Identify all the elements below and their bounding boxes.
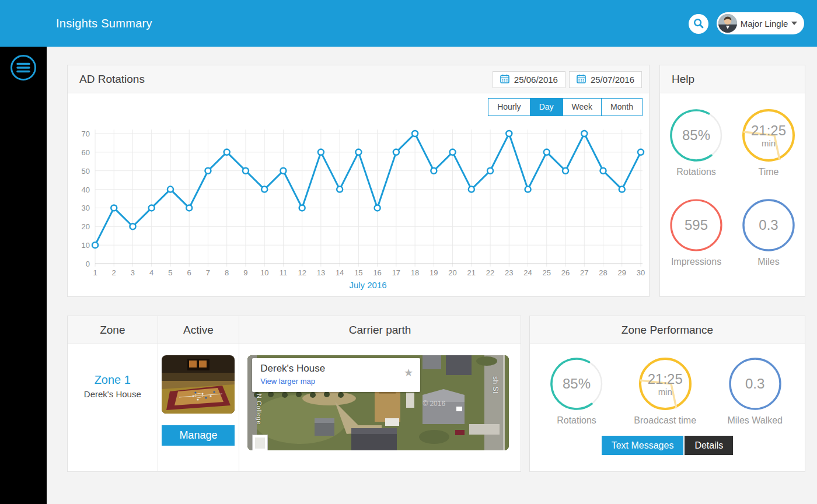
- manage-button[interactable]: Manage: [162, 425, 235, 446]
- zone-performance-stats: 85% Rotations 21:25min Broadcast time 0.…: [530, 344, 805, 426]
- map-place-title: Derek's House: [260, 363, 412, 374]
- svg-text:27: 27: [580, 268, 588, 277]
- svg-text:50: 50: [82, 167, 90, 176]
- date-from-picker[interactable]: 25/06/2016: [493, 71, 565, 88]
- star-icon[interactable]: ★: [404, 366, 413, 379]
- date-to-value: 25/07/2016: [591, 75, 634, 85]
- svg-text:4: 4: [149, 268, 153, 277]
- impressions-ring: 595: [670, 199, 722, 251]
- table-row: Zone 1 Derek's House: [68, 344, 521, 472]
- ad-rotations-header: AD Rotations 25/06/2016 25/07/2016: [68, 65, 649, 93]
- svg-text:30: 30: [82, 204, 90, 212]
- date-to-picker[interactable]: 25/07/2016: [569, 71, 642, 88]
- zone-performance-title: Zone Performance: [530, 324, 805, 337]
- details-button[interactable]: Details: [685, 436, 733, 455]
- svg-text:18: 18: [411, 268, 419, 277]
- svg-text:10: 10: [260, 268, 268, 277]
- chevron-down-icon: [791, 22, 797, 25]
- svg-text:5: 5: [168, 268, 172, 277]
- svg-text:60: 60: [82, 148, 90, 157]
- help-stats: 85% Rotations 21:25min Time 595 Impressi…: [660, 93, 805, 267]
- stat-miles-walked: 0.3 Miles Walked: [727, 358, 783, 426]
- zone-performance-header: Zone Performance: [530, 316, 805, 344]
- svg-text:20: 20: [82, 222, 90, 231]
- zone-active-photo: [162, 355, 235, 414]
- column-header-carrier-parth: Carrier parth: [239, 316, 521, 344]
- svg-text:0: 0: [86, 260, 90, 268]
- column-header-zone: Zone: [68, 316, 158, 344]
- svg-text:14: 14: [336, 268, 344, 277]
- page-title: Insights Summary: [56, 0, 152, 47]
- column-header-active: Active: [158, 316, 240, 344]
- search-icon: [693, 18, 704, 31]
- map[interactable]: N College sh St © 2016 Derek's House Vie…: [247, 355, 509, 450]
- date-from-value: 25/06/2016: [514, 75, 558, 85]
- search-button[interactable]: [689, 14, 708, 34]
- map-pegman-control[interactable]: [252, 435, 268, 450]
- svg-text:12: 12: [298, 268, 306, 277]
- svg-text:28: 28: [599, 268, 607, 277]
- zone-performance-actions: Text Messages Details: [530, 436, 805, 455]
- map-info-card: Derek's House View larger map ★: [252, 358, 420, 392]
- zone-performance-card: Zone Performance 85% Rotations 21:25min …: [529, 316, 805, 472]
- svg-text:10: 10: [82, 241, 90, 250]
- left-sidebar: [0, 47, 47, 504]
- time-ring: 21:25min: [742, 109, 795, 162]
- rotations-chart: 1234567891011121314151617181920212223242…: [68, 93, 650, 298]
- broadcast-time-ring: 21:25min: [639, 358, 692, 410]
- svg-text:15: 15: [354, 268, 362, 277]
- calendar-icon: [500, 74, 509, 85]
- stat-broadcast-time: 21:25min Broadcast time: [634, 358, 696, 426]
- stat-rotations: 85% Rotations: [550, 358, 603, 426]
- svg-text:30: 30: [637, 268, 645, 277]
- stat-miles: 0.3 Miles: [732, 199, 805, 267]
- svg-text:13: 13: [317, 268, 325, 277]
- view-larger-map-link[interactable]: View larger map: [260, 377, 315, 386]
- svg-text:8: 8: [225, 268, 229, 277]
- top-header-bar: Insights Summary Major Lingle: [0, 0, 817, 47]
- svg-text:23: 23: [505, 268, 513, 277]
- map-copyright: © 2016: [423, 400, 445, 408]
- svg-text:6: 6: [187, 268, 191, 277]
- rotations-ring: 85%: [670, 109, 722, 162]
- help-title: Help: [660, 73, 694, 86]
- user-name: Major Lingle: [737, 19, 791, 29]
- svg-text:26: 26: [561, 268, 570, 277]
- carrier-path-cell: N College sh St © 2016 Derek's House Vie…: [239, 344, 521, 472]
- stat-time: 21:25min Time: [732, 109, 805, 177]
- ad-rotations-title: AD Rotations: [68, 73, 145, 86]
- svg-text:21: 21: [467, 268, 476, 277]
- miles-walked-ring: 0.3: [729, 358, 781, 410]
- hamburger-icon: [9, 75, 37, 83]
- svg-text:17: 17: [392, 268, 400, 277]
- stat-impressions: 595 Impressions: [660, 199, 732, 267]
- text-messages-button[interactable]: Text Messages: [602, 436, 684, 455]
- svg-text:11: 11: [280, 268, 288, 277]
- svg-text:July 2016: July 2016: [349, 280, 386, 290]
- svg-text:25: 25: [543, 268, 551, 277]
- svg-text:20: 20: [448, 268, 456, 277]
- help-card: Help 85% Rotations 21:25min Time: [659, 65, 805, 297]
- zones-table-card: Zone Active Carrier parth Zone 1 Derek's…: [67, 316, 521, 472]
- street-label-right: sh St: [491, 376, 500, 394]
- zone-name-link[interactable]: Zone 1: [95, 373, 131, 387]
- svg-text:16: 16: [373, 268, 381, 277]
- svg-text:7: 7: [206, 268, 210, 277]
- svg-text:9: 9: [243, 268, 247, 277]
- zone-subtitle: Derek's House: [84, 389, 141, 399]
- stat-rotations: 85% Rotations: [660, 109, 732, 177]
- svg-text:70: 70: [82, 130, 90, 138]
- help-header: Help: [660, 65, 805, 93]
- zones-table-header: Zone Active Carrier parth: [68, 316, 521, 344]
- menu-toggle-button[interactable]: [9, 54, 37, 82]
- svg-text:19: 19: [430, 268, 438, 277]
- avatar: [718, 14, 737, 33]
- svg-text:3: 3: [131, 268, 135, 277]
- ad-rotations-card: AD Rotations 25/06/2016 25/07/2016 Hourl…: [67, 65, 650, 297]
- svg-text:2: 2: [112, 268, 116, 277]
- date-range-pickers: 25/06/2016 25/07/2016: [493, 71, 642, 88]
- svg-text:40: 40: [82, 186, 90, 194]
- svg-text:29: 29: [618, 268, 626, 277]
- svg-text:24: 24: [523, 268, 532, 277]
- user-menu[interactable]: Major Lingle: [717, 12, 804, 34]
